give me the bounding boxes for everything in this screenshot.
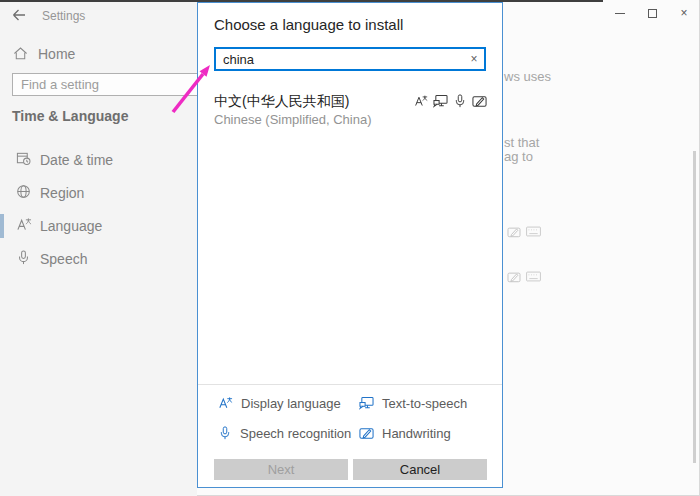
close-icon: ×	[470, 52, 477, 66]
legend-label: Speech recognition	[240, 426, 351, 441]
text-to-speech-icon	[433, 94, 448, 108]
legend-label: Handwriting	[382, 426, 451, 441]
close-icon: ×	[680, 7, 687, 19]
minimize-button[interactable]	[609, 4, 631, 22]
keyboard-icon	[526, 271, 541, 282]
display-language-icon	[218, 396, 233, 410]
keyboard-icon	[526, 226, 541, 237]
handwriting-icon	[507, 271, 521, 283]
sidebar-item-language[interactable]: Language	[0, 214, 197, 238]
sidebar-item-region[interactable]: Region	[0, 181, 197, 205]
legend-text-to-speech: Text-to-speech	[359, 394, 467, 412]
page-scrollbar[interactable]	[693, 151, 696, 463]
sidebar-item-label: Home	[38, 46, 75, 62]
app-title: Settings	[42, 9, 85, 23]
microphone-icon	[16, 250, 31, 265]
divider	[198, 384, 502, 385]
sidebar-item-speech[interactable]: Speech	[0, 247, 197, 271]
text-to-speech-icon	[359, 396, 374, 410]
sidebar-item-label: Language	[40, 218, 102, 234]
sidebar-item-label: Date & time	[40, 152, 113, 168]
choose-language-dialog: Choose a language to install × 中文(中华人民共和…	[197, 2, 503, 488]
handwriting-icon	[507, 226, 521, 238]
background-text-fragment: st that	[504, 135, 539, 150]
speech-recognition-icon	[453, 94, 467, 108]
find-a-setting-input[interactable]	[12, 73, 198, 96]
display-language-icon	[414, 94, 428, 108]
handwriting-icon	[472, 94, 487, 108]
speech-recognition-icon	[218, 426, 232, 440]
legend-speech-recognition: Speech recognition	[218, 424, 351, 442]
maximize-button[interactable]	[641, 4, 663, 22]
clear-search-button[interactable]: ×	[464, 49, 484, 69]
selection-accent-bar	[0, 214, 4, 238]
settings-sidebar: Settings Home Time & Language Date & tim…	[0, 2, 197, 496]
next-button[interactable]: Next	[214, 459, 348, 480]
capability-icons	[414, 94, 487, 108]
language-search-input[interactable]	[214, 47, 486, 71]
arrow-left-icon	[11, 7, 27, 23]
legend-label: Text-to-speech	[382, 396, 467, 411]
background-text-fragment: ag to	[504, 149, 533, 164]
sidebar-item-label: Speech	[40, 251, 87, 267]
back-button[interactable]	[11, 7, 27, 23]
sidebar-section-header: Time & Language	[12, 108, 128, 124]
sidebar-item-home[interactable]: Home	[0, 42, 197, 66]
handwriting-icon	[359, 426, 374, 440]
caption-buttons: ×	[609, 4, 695, 22]
cancel-button[interactable]: Cancel	[353, 459, 487, 480]
legend-label: Display language	[241, 396, 341, 411]
dialog-title: Choose a language to install	[214, 16, 403, 33]
legend-handwriting: Handwriting	[359, 424, 451, 442]
globe-icon	[16, 184, 31, 199]
calendar-clock-icon	[16, 151, 31, 166]
legend-display-language: Display language	[218, 394, 341, 412]
background-language-capability-icons	[507, 226, 541, 238]
language-english-name: Chinese (Simplified, China)	[214, 112, 372, 127]
close-button[interactable]: ×	[673, 4, 695, 22]
background-text-fragment: ws uses	[504, 69, 551, 84]
language-result-row[interactable]: 中文(中华人民共和国) Chinese (Simplified, China)	[198, 87, 502, 129]
home-icon	[13, 46, 28, 61]
sidebar-item-label: Region	[40, 185, 84, 201]
minimize-icon	[615, 13, 625, 14]
language-native-name: 中文(中华人民共和国)	[214, 93, 349, 111]
sidebar-item-date-time[interactable]: Date & time	[0, 148, 197, 172]
background-language-capability-icons	[507, 271, 541, 283]
display-language-icon	[16, 217, 32, 232]
maximize-icon	[648, 9, 657, 18]
